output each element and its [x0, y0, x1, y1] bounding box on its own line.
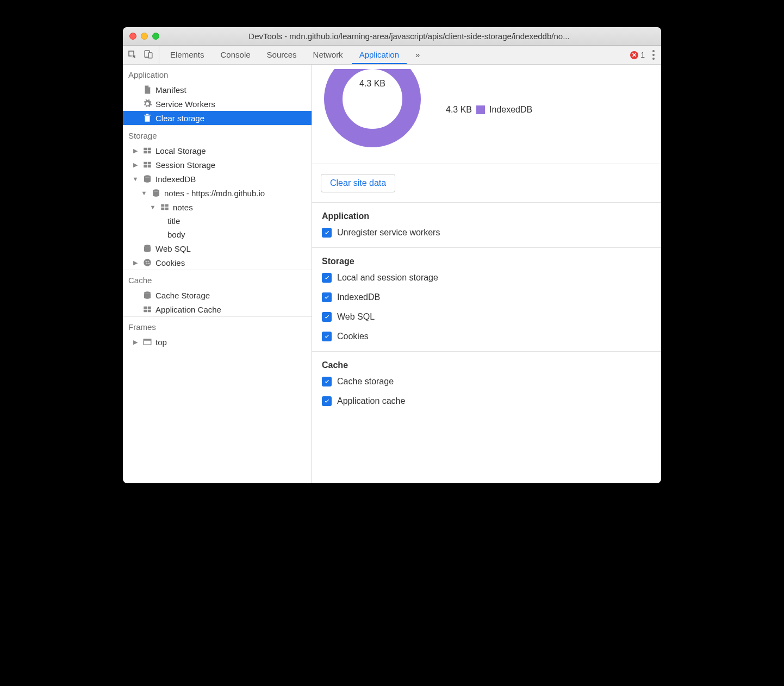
inspect-icon[interactable]: [127, 49, 137, 61]
sidebar-item-label: Cache Storage: [155, 291, 210, 300]
option-label: Web SQL: [337, 312, 375, 322]
sidebar-item-field-title[interactable]: title: [123, 214, 312, 228]
legend-label: IndexedDB: [489, 105, 532, 115]
sidebar-item-application-cache[interactable]: Application Cache: [123, 302, 312, 316]
sidebar-item-local-storage[interactable]: ▶ Local Storage: [123, 144, 312, 158]
option-cookies[interactable]: Cookies: [322, 332, 651, 341]
svg-rect-8: [144, 165, 147, 168]
sidebar-item-top-frame[interactable]: ▶ top: [123, 335, 312, 349]
error-count-badge[interactable]: ✕ 1: [630, 51, 645, 59]
storage-usage-chart: 4.3 KB: [321, 69, 424, 151]
close-window-button[interactable]: [129, 33, 136, 40]
chevron-right-icon: ▶: [132, 147, 139, 154]
sidebar-item-label: top: [155, 338, 167, 347]
option-local-session-storage[interactable]: Local and session storage: [322, 273, 651, 283]
option-label: Unregister service workers: [337, 228, 440, 238]
chevron-down-icon: ▼: [132, 176, 139, 182]
svg-rect-24: [148, 307, 151, 309]
tab-elements[interactable]: Elements: [163, 46, 212, 64]
legend-value: 4.3 KB: [446, 105, 472, 115]
minimize-window-button[interactable]: [141, 33, 148, 40]
table-icon: [142, 160, 152, 170]
svg-point-10: [144, 175, 151, 178]
clear-site-data-button[interactable]: Clear site data: [321, 174, 395, 192]
svg-rect-26: [148, 310, 151, 313]
svg-rect-7: [148, 162, 151, 165]
svg-rect-14: [161, 208, 164, 210]
sidebar-item-clear-storage[interactable]: Clear storage: [123, 111, 312, 125]
application-sidebar: Application Manifest Service Workers Cle…: [123, 65, 312, 483]
sidebar-item-indexeddb[interactable]: ▼ IndexedDB: [123, 172, 312, 186]
sidebar-item-indexeddb-database[interactable]: ▼ notes - https://mdn.github.io: [123, 186, 312, 200]
sidebar-item-cache-storage[interactable]: Cache Storage: [123, 288, 312, 302]
checkbox-checked-icon: [322, 273, 332, 283]
svg-rect-6: [144, 162, 147, 165]
sidebar-item-service-workers[interactable]: Service Workers: [123, 97, 312, 111]
tab-application[interactable]: Application: [352, 46, 407, 64]
frame-icon: [142, 337, 152, 347]
error-icon: ✕: [630, 51, 638, 59]
option-label: Local and session storage: [337, 273, 438, 283]
tabs-overflow[interactable]: »: [408, 46, 427, 64]
svg-rect-5: [148, 151, 151, 154]
sidebar-section-frames: Frames: [123, 316, 312, 335]
document-icon: [142, 85, 152, 95]
devtools-window: DevTools - mdn.github.io/learning-area/j…: [123, 27, 661, 483]
chevron-right-icon: ▶: [132, 259, 139, 266]
chevron-right-icon: ▶: [132, 339, 139, 346]
sidebar-item-web-sql[interactable]: Web SQL: [123, 241, 312, 255]
sidebar-item-indexeddb-store[interactable]: ▼ notes: [123, 200, 312, 214]
database-icon: [142, 174, 152, 184]
sidebar-item-label: body: [167, 230, 185, 239]
svg-rect-13: [165, 204, 169, 207]
sidebar-item-label: IndexedDB: [155, 174, 196, 184]
svg-rect-12: [161, 204, 164, 207]
svg-rect-15: [165, 208, 169, 210]
option-application-cache[interactable]: Application cache: [322, 396, 651, 406]
zoom-window-button[interactable]: [152, 33, 159, 40]
sidebar-item-label: Session Storage: [155, 160, 215, 170]
database-icon: [151, 188, 161, 198]
option-web-sql[interactable]: Web SQL: [322, 312, 651, 322]
options-heading-cache: Cache: [322, 360, 651, 370]
svg-rect-23: [144, 307, 147, 309]
more-menu-icon[interactable]: [650, 50, 657, 60]
panel-tabs: Elements Console Sources Network Applica…: [163, 46, 427, 64]
sidebar-item-cookies[interactable]: ▶ Cookies: [123, 255, 312, 270]
titlebar: DevTools - mdn.github.io/learning-area/j…: [123, 27, 661, 46]
sidebar-section-storage: Storage: [123, 125, 312, 144]
sidebar-item-label: Application Cache: [155, 305, 221, 314]
svg-rect-3: [148, 148, 151, 151]
sidebar-item-label: Manifest: [155, 85, 186, 95]
option-label: Application cache: [337, 396, 405, 406]
svg-rect-4: [144, 151, 147, 154]
option-label: Cache storage: [337, 377, 394, 386]
svg-rect-2: [144, 148, 147, 151]
device-toolbar-icon[interactable]: [144, 49, 153, 61]
tab-console[interactable]: Console: [213, 46, 258, 64]
tab-network[interactable]: Network: [306, 46, 351, 64]
sidebar-item-label: notes - https://mdn.github.io: [164, 189, 265, 198]
trash-icon: [142, 113, 152, 123]
sidebar-item-label: Local Storage: [155, 146, 206, 155]
sidebar-item-label: Service Workers: [155, 99, 215, 109]
sidebar-item-manifest[interactable]: Manifest: [123, 83, 312, 97]
svg-point-17: [144, 259, 151, 266]
svg-point-11: [153, 189, 159, 192]
svg-point-16: [144, 245, 151, 247]
option-unregister-service-workers[interactable]: Unregister service workers: [322, 228, 651, 238]
sidebar-item-session-storage[interactable]: ▶ Session Storage: [123, 158, 312, 172]
option-indexeddb[interactable]: IndexedDB: [322, 292, 651, 302]
sidebar-item-field-body[interactable]: body: [123, 228, 312, 241]
svg-point-18: [146, 261, 147, 262]
options-heading-application: Application: [322, 211, 651, 221]
svg-rect-28: [144, 339, 151, 341]
option-cache-storage[interactable]: Cache storage: [322, 377, 651, 386]
tab-sources[interactable]: Sources: [259, 46, 304, 64]
checkbox-checked-icon: [322, 292, 332, 302]
chevron-down-icon: ▼: [140, 190, 148, 196]
options-heading-storage: Storage: [322, 257, 651, 266]
chevron-right-icon: ▶: [132, 161, 139, 169]
svg-rect-9: [148, 165, 151, 168]
error-count: 1: [640, 51, 645, 59]
